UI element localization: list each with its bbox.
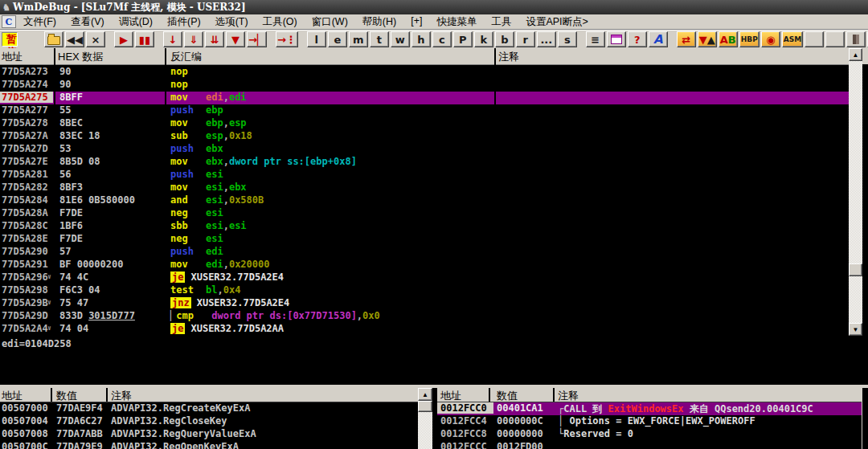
- disasm-column-header-2[interactable]: HEX 数据: [58, 50, 103, 64]
- trace-over-button[interactable]: ▼: [226, 31, 245, 47]
- disasm-column-header-3[interactable]: 反汇编: [170, 50, 202, 64]
- disasm-row[interactable]: 77D5A27E8B5D 08mov ebx,dword ptr ss:[ebp…: [0, 156, 849, 169]
- disasm-row[interactable]: 77D5A28EF7DEneg esi: [0, 233, 849, 246]
- memory-scrollbar[interactable]: ▲: [418, 388, 432, 449]
- run-button[interactable]: ▶: [114, 31, 133, 47]
- disasm-row[interactable]: 77D5A28481E6 0B580000and esi,0x580B: [0, 194, 849, 207]
- disasm-row[interactable]: 77D5A29D833D 3015D777▏cmp dword ptr ds:[…: [0, 310, 849, 323]
- scroll-up-button[interactable]: ▲: [849, 48, 862, 61]
- memory-button-m[interactable]: m: [349, 31, 368, 47]
- plugin-a-button[interactable]: A: [649, 31, 668, 47]
- pause-button[interactable]: ▮▮: [135, 31, 154, 47]
- patches-button-p[interactable]: P: [453, 31, 473, 47]
- open-file-button[interactable]: [44, 31, 63, 47]
- memory-column-header-3[interactable]: 注释: [111, 389, 132, 403]
- column-divider[interactable]: [494, 48, 496, 336]
- asm-button[interactable]: ASM: [782, 31, 803, 47]
- stack-row[interactable]: 0012FCC40000000C│ Options = EWX_FORCE|EW…: [437, 415, 862, 428]
- disasm-row[interactable]: 77D5A2828BF3mov esi,ebx: [0, 182, 849, 194]
- step-over-button[interactable]: ⇓: [184, 31, 203, 47]
- disasm-row[interactable]: 77D5A28156push esi: [0, 169, 849, 182]
- stack-row[interactable]: 0012FCC800000000└Reserved = 0: [437, 428, 862, 441]
- blank-button-2[interactable]: [825, 31, 845, 47]
- disasm-row[interactable]: 77D5A29057push edi: [0, 246, 849, 259]
- menu-item-10[interactable]: 快捷菜单: [429, 15, 484, 29]
- menu-item-1[interactable]: 文件(F): [16, 15, 63, 29]
- exec-till-return-button[interactable]: →▏: [247, 31, 267, 47]
- stripe-button[interactable]: [846, 31, 866, 47]
- run-trace-button[interactable]: ...: [537, 31, 556, 47]
- menu-item-6[interactable]: 工具(O): [256, 15, 305, 29]
- mdi-child-icon[interactable]: C: [2, 15, 16, 28]
- menu-item-4[interactable]: 插件(P): [160, 15, 208, 29]
- menu-item-7[interactable]: 窗口(W): [305, 15, 355, 29]
- source-button-s[interactable]: s: [558, 31, 577, 47]
- disasm-column-header-1[interactable]: 地址: [2, 50, 23, 64]
- disasm-row[interactable]: 77D5A298F6C3 04test bl,0x4: [0, 284, 849, 297]
- hbp-button[interactable]: HBP: [739, 31, 760, 47]
- log-window-button-l[interactable]: l: [307, 31, 326, 47]
- memory-column-header-2[interactable]: 数值: [56, 389, 77, 403]
- disasm-row[interactable]: 77D5A2758BFFmov edi,edi: [0, 92, 849, 104]
- memory-row[interactable]: 0050700C77DA79E9ADVAPI32.RegOpenKeyExA: [0, 441, 418, 449]
- menu-item-2[interactable]: 查看(V): [63, 15, 112, 29]
- scroll-down-button[interactable]: ▼: [849, 323, 862, 336]
- menu-item-12[interactable]: 设置API断点>: [518, 15, 595, 29]
- disasm-row[interactable]: 77D5A27390nop: [0, 66, 849, 79]
- memory-row[interactable]: 0050700077DAE9F4ADVAPI32.RegCreateKeyExA: [0, 402, 418, 415]
- disasm-row[interactable]: 77D5A2788BECmov ebp,esp: [0, 117, 849, 130]
- breakpoint-target-button[interactable]: ◉: [761, 31, 780, 47]
- windows-button-w[interactable]: w: [391, 31, 410, 47]
- column-divider[interactable]: [54, 48, 55, 336]
- disasm-row[interactable]: 77D5A291BF 00000200mov edi,0x20000: [0, 259, 849, 271]
- disasm-row[interactable]: 77D5A27490nop: [0, 79, 849, 92]
- step-into-button[interactable]: ↓: [163, 31, 182, 47]
- stack-row[interactable]: 0012FCCC0012FD00: [437, 441, 862, 449]
- disasm-row[interactable]: 77D5A2A4∨74 04jeXUSER32.77D5A2AA: [0, 323, 849, 336]
- log-list-button[interactable]: ≡: [586, 31, 605, 47]
- up-down-button[interactable]: ▼▲: [698, 31, 717, 47]
- close-button[interactable]: ×: [86, 31, 105, 47]
- ab-compare-button[interactable]: AB: [719, 31, 738, 47]
- stack-column-header-2[interactable]: 数值: [497, 389, 518, 403]
- scroll-up-button[interactable]: ▲: [418, 388, 432, 401]
- memory-row[interactable]: 0050700877DA7ABBADVAPI32.RegQueryValueEx…: [0, 428, 418, 441]
- stack-column-header-3[interactable]: 注释: [558, 389, 579, 403]
- scroll-thumb[interactable]: [849, 263, 862, 276]
- swap-arrows-button[interactable]: ⇄: [677, 31, 696, 47]
- stack-column-header-1[interactable]: 地址: [440, 389, 461, 403]
- column-divider[interactable]: [165, 48, 166, 336]
- disasm-row[interactable]: 77D5A27755push ebp: [0, 104, 849, 117]
- disasm-row[interactable]: 77D5A28AF7DEneg esi: [0, 207, 849, 220]
- disasm-row[interactable]: 77D5A27A83EC 18sub esp,0x18: [0, 130, 849, 143]
- scroll-thumb[interactable]: [418, 401, 432, 412]
- restart-button[interactable]: ◀◀: [65, 31, 84, 47]
- handles-button-h[interactable]: h: [411, 31, 431, 47]
- menu-item-5[interactable]: 选项(T): [208, 15, 256, 29]
- memory-column-header-1[interactable]: 地址: [2, 389, 23, 403]
- title-bar[interactable]: ♞ WmDeBug - [SLu7Mf 主线程, 模块 - USER32]: [0, 0, 868, 14]
- references-button-r[interactable]: r: [516, 31, 535, 47]
- stack-row[interactable]: 0012FCC000401CA1┌CALL 到 ExitWindowsEx 来自…: [437, 402, 862, 415]
- help-button[interactable]: ?: [628, 31, 647, 47]
- trace-into-button[interactable]: ⇊: [205, 31, 224, 47]
- cpu-button-c[interactable]: c: [432, 31, 452, 47]
- disasm-column-header-4[interactable]: 注释: [498, 50, 519, 64]
- blank-button-1[interactable]: [805, 31, 824, 47]
- windows-list-button[interactable]: [607, 31, 626, 47]
- breakpoints-button-b[interactable]: b: [495, 31, 514, 47]
- menu-item-8[interactable]: 帮助(H): [355, 15, 403, 29]
- disasm-row[interactable]: 77D5A27D53push ebx: [0, 143, 849, 156]
- menu-item-9[interactable]: [+]: [403, 15, 429, 29]
- menu-item-3[interactable]: 调试(D): [112, 15, 160, 29]
- menu-item-11[interactable]: 工具: [484, 15, 518, 29]
- disasm-row[interactable]: 77D5A29B∨75 47jnzXUSER32.77D5A2E4: [0, 297, 849, 310]
- goto-button[interactable]: →⋮: [276, 31, 298, 47]
- executables-button-e[interactable]: e: [328, 31, 347, 47]
- disasm-scrollbar[interactable]: ▲ ▼: [849, 48, 862, 336]
- memory-row[interactable]: 0050700477DA6C27ADVAPI32.RegCloseKey: [0, 415, 418, 428]
- call-stack-button-k[interactable]: k: [474, 31, 493, 47]
- disasm-row[interactable]: 77D5A296∨74 4CjeXUSER32.77D5A2E4: [0, 271, 849, 284]
- threads-button-t[interactable]: t: [370, 31, 389, 47]
- disasm-row[interactable]: 77D5A28C1BF6sbb esi,esi: [0, 220, 849, 233]
